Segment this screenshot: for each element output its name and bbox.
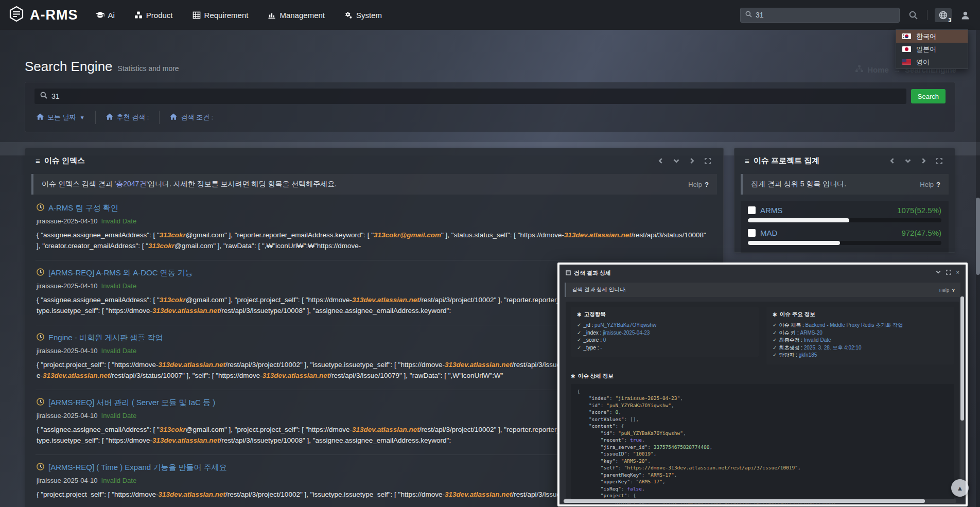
- maximize-icon[interactable]: [946, 270, 951, 275]
- help-badge[interactable]: Help?: [920, 181, 940, 188]
- lang-item-japanese[interactable]: 일본어: [896, 43, 968, 56]
- menu-item-management[interactable]: Management: [268, 11, 325, 20]
- navbar-divider: [927, 10, 927, 20]
- modal-titlebar: 검색 결과 상세 ×: [559, 265, 966, 279]
- menu-item-requirement[interactable]: Requirement: [192, 11, 249, 20]
- modal-body: ✱ 고정항목 ✓_id : puN_YZYBaKa7OYiqwshw ✓_ind…: [566, 302, 959, 498]
- project-agg-summary: 집계 결과 상위 5 항목 입니다. Help?: [741, 174, 949, 195]
- card-title: ✱ 고정항목: [577, 311, 752, 318]
- collapse-icon[interactable]: [936, 270, 941, 274]
- result-title-link[interactable]: [ARMS-REQ] 서버 관리 ( Server 모듈 및 IaC 등 ): [48, 398, 215, 408]
- scrollbar-thumb[interactable]: [976, 198, 980, 275]
- help-badge[interactable]: Help?: [939, 287, 955, 293]
- window-icon: [566, 270, 571, 276]
- navbar-search-input[interactable]: [756, 11, 895, 19]
- filter-all-dates[interactable]: 모든 날짜 ▼: [34, 113, 95, 122]
- brand-logo[interactable]: A-RMS: [8, 6, 78, 24]
- lang-label: 한국어: [916, 32, 936, 41]
- clock-icon: [37, 268, 44, 278]
- menu-item-product[interactable]: Product: [134, 11, 173, 20]
- main-search-input[interactable]: [51, 92, 901, 100]
- breadcrumb-home[interactable]: Home: [867, 65, 889, 74]
- scrollbar-thumb[interactable]: [960, 296, 964, 421]
- chevron-left-icon[interactable]: [658, 158, 663, 164]
- project-count: 1075(52.5%): [897, 206, 941, 215]
- modal-vertical-scrollbar: [960, 296, 964, 496]
- field-row: ✓_type : -: [577, 344, 752, 352]
- filter-recommended-search[interactable]: 추천 검색 :: [96, 113, 160, 122]
- check-icon: ✓: [577, 322, 581, 328]
- check-icon: ✓: [773, 330, 777, 336]
- scroll-to-top-button[interactable]: ▲: [951, 479, 969, 497]
- page-title: Search Engine: [25, 59, 113, 75]
- chevron-left-icon[interactable]: [889, 158, 895, 164]
- project-label[interactable]: MAD: [760, 229, 777, 237]
- list-icon: ≡: [745, 156, 749, 165]
- chevron-down-icon[interactable]: [905, 158, 911, 164]
- menu-label: Product: [146, 11, 173, 20]
- chevron-right-icon[interactable]: [921, 158, 926, 164]
- panel-controls: [889, 158, 942, 164]
- progress-bar: [748, 241, 941, 245]
- chevron-down-icon[interactable]: [673, 158, 679, 164]
- menu-label: System: [356, 11, 382, 20]
- table-grid-icon: [192, 11, 201, 19]
- expand-icon[interactable]: [936, 158, 942, 164]
- search-icon: [40, 92, 47, 101]
- home-icon: [106, 113, 113, 121]
- result-title-link[interactable]: Engine - 비회원 게시판 샘플 작업: [48, 333, 163, 343]
- progress-fill: [748, 218, 849, 222]
- check-icon: ✓: [577, 330, 581, 336]
- project-count: 972(47.5%): [901, 229, 941, 237]
- help-badge[interactable]: Help?: [688, 181, 709, 188]
- user-icon[interactable]: [959, 9, 972, 22]
- issue-index-summary: 이슈 인덱스 검색 결과 '총2047건'입니다. 자세한 정보를 보시려면 해…: [31, 174, 717, 195]
- filter-search-condition[interactable]: 검색 조건 :: [160, 113, 223, 122]
- invalid-date-label: Invalid Date: [101, 347, 137, 355]
- check-icon: ✓: [577, 337, 581, 343]
- menu-item-system[interactable]: System: [344, 11, 382, 20]
- field-row: ✓_score : 0: [577, 337, 752, 344]
- result-title-link[interactable]: [ARMS-REQ] ( Time ) Expand 기능을 만들어 주세요: [48, 463, 227, 473]
- home-icon: [170, 113, 177, 121]
- clock-icon: [37, 333, 44, 343]
- check-icon: ✓: [773, 337, 777, 343]
- aggregation-box: ARMS 1075(52.5%) MAD 972(47.5%): [741, 201, 949, 253]
- check-icon: ✓: [577, 345, 581, 351]
- language-globe-button[interactable]: 3: [935, 8, 952, 22]
- modal-title: 검색 결과 상세: [566, 269, 611, 277]
- check-icon: ✓: [773, 352, 777, 358]
- search-filters: 모든 날짜 ▼ 추천 검색 : 검색 조건 :: [34, 111, 946, 124]
- field-row: ✓_index : jiraissue-2025-04-23: [577, 329, 752, 337]
- us-flag-icon: [902, 59, 911, 65]
- scrollbar-thumb[interactable]: [564, 499, 925, 503]
- expand-icon[interactable]: [705, 158, 711, 164]
- menu-label: Management: [279, 11, 325, 20]
- project-label[interactable]: ARMS: [760, 206, 782, 215]
- invalid-date-label: Invalid Date: [101, 217, 137, 225]
- brand-hexagon-icon: [8, 6, 25, 24]
- panel-controls: [658, 158, 711, 164]
- clock-icon: [37, 463, 44, 473]
- lang-item-korean[interactable]: 한국어: [896, 30, 968, 43]
- json-code-block: { "index": "jiraissue-2025-04-23", "id":…: [571, 384, 954, 503]
- result-title-link[interactable]: [ARMS-REQ] A-RMS 와 A-DOC 연동 기능: [48, 268, 193, 278]
- language-badge: 3: [948, 18, 951, 23]
- navbar: A-RMS Ai Product Requirement Management …: [0, 0, 980, 30]
- field-row: ✓최초생성 : 2025. 3. 28. 오후 4:02:10: [773, 344, 948, 352]
- close-icon[interactable]: ×: [956, 269, 959, 275]
- chevron-right-icon[interactable]: [689, 158, 695, 164]
- cubes-icon: [134, 11, 143, 19]
- chevron-down-icon: ▼: [80, 115, 85, 120]
- project-aggregation-panel: ≡ 이슈 프로젝트 집계 집계 결과 상위 5 항목 입니다. Help?: [734, 148, 955, 253]
- check-icon: ✓: [773, 345, 777, 351]
- search-button[interactable]: Search: [911, 89, 946, 103]
- search-submit-icon[interactable]: [907, 9, 920, 22]
- result-title-link[interactable]: A-RMS 팀 구성 확인: [48, 203, 118, 213]
- project-checkbox[interactable]: [748, 229, 756, 237]
- project-checkbox[interactable]: [748, 206, 756, 214]
- menu-label: Requirement: [204, 11, 249, 20]
- menu-item-ai[interactable]: Ai: [96, 11, 115, 20]
- lang-item-english[interactable]: 영어: [896, 56, 968, 68]
- language-dropdown: 한국어 일본어 영어: [896, 29, 968, 69]
